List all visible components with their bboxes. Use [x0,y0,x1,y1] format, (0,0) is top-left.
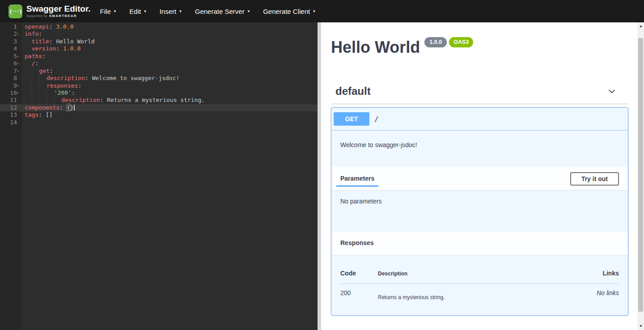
editor-line[interactable]: 11description: Returns a mysterious stri… [0,97,318,104]
caret-down-icon: ▾ [144,9,146,13]
code-line-text: paths: [21,53,46,60]
line-number[interactable]: 8 [0,75,21,82]
code-line-text: info: [21,30,42,38]
token-key: description [61,97,100,103]
editor-line[interactable]: 8description: Welcome to swagger-jsdoc! [0,75,318,82]
line-number[interactable]: 2▾ [0,30,21,38]
line-number[interactable]: 5▾ [0,53,21,60]
token-plain: : [100,97,107,103]
line-number[interactable]: 1 [0,23,21,30]
menu-label: File [100,8,111,15]
fold-caret-icon[interactable]: ▾ [17,89,21,97]
editor-line[interactable]: 5▾paths: [0,53,318,60]
token-plain: : [50,68,53,74]
line-number[interactable]: 10▾ [0,89,21,97]
editor-line[interactable]: 10▾'200': [0,89,318,97]
try-it-out-button[interactable]: Try it out [570,172,619,186]
doc-scrollbar[interactable] [637,22,644,330]
token-key: info [25,30,38,37]
swagger-editor-logo[interactable]: {···} Swagger Editor. Supported by SMART… [8,4,91,18]
menu-generate-client[interactable]: Generate Client▾ [256,0,322,22]
scrollbar-thumb[interactable] [638,38,643,312]
menu-generate-server[interactable]: Generate Server▾ [188,0,256,22]
editor-line[interactable]: 13tags: [] [0,111,318,118]
token-plain: : [38,111,46,118]
responses-title: Responses [340,239,374,246]
menu-label: Edit [129,8,141,15]
menu-file[interactable]: File▾ [93,0,123,22]
code-line-text: version: 1.0.0 [21,45,80,52]
supported-by-label: Supported by [26,14,47,17]
api-badges: 1.0.0 OAS3 [424,37,473,47]
menubar: File▾Edit▾Insert▾Generate Server▾Generat… [93,0,322,22]
menu-insert[interactable]: Insert▾ [153,0,188,22]
responses-rows: 200Returns a mysterious string.No links [340,284,619,300]
editor-line[interactable]: 1openapi: 3.0.0 [0,23,318,30]
scrollbar-up-arrow-icon[interactable] [637,22,644,30]
line-number[interactable]: 13 [0,111,21,118]
menu-label: Generate Client [263,8,310,15]
line-number[interactable]: 3 [0,38,21,45]
token-plain: Welcome to swagger-jsdoc! [92,75,180,81]
token-key: get [39,68,49,74]
indent-guide [39,82,47,89]
line-number[interactable]: 9▾ [0,82,21,89]
fold-caret-icon[interactable]: ▾ [17,82,21,89]
editor-line[interactable]: 12components: {} [0,104,318,111]
swagger-editor-app: {···} Swagger Editor. Supported by SMART… [0,0,644,330]
tab-parameters[interactable]: Parameters [336,175,378,187]
topbar: {···} Swagger Editor. Supported by SMART… [0,0,644,22]
line-number[interactable]: 4 [0,45,21,52]
code-line-text: '200': [21,89,75,97]
editor-line[interactable]: 3title: Hello World [0,38,318,45]
logo-glyph: {···} [9,8,21,14]
code-line-text: openapi: 3.0.0 [21,23,74,30]
code-line-text: title: Hello World [21,38,95,45]
operation-summary[interactable]: GET / [331,108,628,131]
token-plain: : [35,60,38,67]
tag-title: default [335,85,371,97]
chevron-down-icon[interactable] [607,87,616,96]
indent-guide [25,45,32,52]
caret-down-icon: ▾ [179,9,182,13]
logo-text: Swagger Editor. Supported by SMARTBEAR [26,4,91,18]
api-documentation: Hello World 1.0.0 OAS3 default [321,22,637,316]
indent-guide [32,89,39,97]
editor-line[interactable]: 7▾get: [0,68,318,75]
editor-line[interactable]: 4version: 1.0.0 [0,45,318,52]
fold-caret-icon[interactable]: ▾ [17,68,21,75]
indent-guide [47,89,54,97]
editor-line[interactable]: 6▾/: [0,60,318,67]
indent-guide [39,75,47,82]
tag-section-default[interactable]: default [331,85,628,104]
indent-guide [54,97,62,104]
line-number[interactable]: 11 [0,97,21,104]
parameters-header: Parameters Try it out [331,167,628,190]
fold-caret-icon[interactable]: ▾ [17,30,21,38]
indent-guide [25,89,32,97]
indent-guide [32,68,39,75]
editor-line[interactable]: 9▾responses: [0,82,318,89]
fold-caret-icon[interactable]: ▾ [17,53,21,60]
yaml-editor[interactable]: 1openapi: 3.0.02▾info:3title: Hello Worl… [0,22,318,330]
editor-code-area[interactable]: 1openapi: 3.0.02▾info:3title: Hello Worl… [0,23,318,126]
fold-caret-icon[interactable]: ▾ [17,60,21,67]
editor-line[interactable]: 14 [0,119,318,126]
token-plain: : [85,75,92,81]
scrollbar-down-arrow-icon[interactable] [637,322,644,330]
code-line-text [21,119,25,126]
line-number[interactable]: 12 [0,104,21,111]
token-plain: : [42,53,46,59]
code-line-text: components: {} [21,104,75,111]
token-plain: Returns a mysterious string. [107,97,205,103]
line-number[interactable]: 7▾ [0,68,21,75]
token-key: version [32,45,56,52]
editor-line[interactable]: 2▾info: [0,30,318,38]
line-number[interactable]: 14 [0,119,21,126]
code-line-text: /: [21,60,38,67]
logo-title: Swagger Editor. [26,4,91,13]
line-number[interactable]: 6▾ [0,60,21,67]
pane-splitter[interactable] [318,22,321,330]
menu-edit[interactable]: Edit▾ [123,0,153,22]
code-line-text: description: Returns a mysterious string… [21,97,205,104]
